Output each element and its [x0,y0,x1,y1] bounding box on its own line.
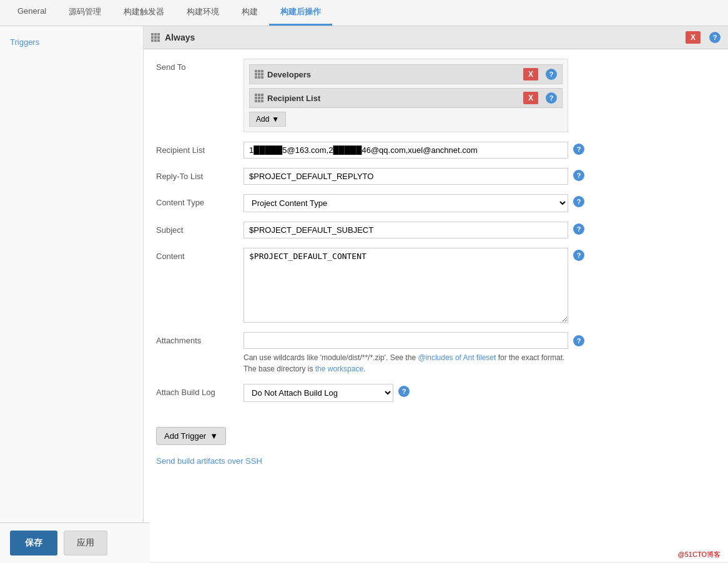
attach-log-row: Attach Build Log Do Not Attach Build Log… [156,384,716,402]
section-title: Always [165,32,195,42]
add-trigger-button[interactable]: Add Trigger ▼ [156,427,226,445]
tab-triggers[interactable]: 构建触发器 [112,0,175,26]
content-help-icon[interactable]: ? [573,250,584,261]
delete-developers-button[interactable]: X [523,68,538,81]
reply-to-row: Reply-To List ? [156,168,716,185]
sidebar: Triggers [0,26,144,562]
attach-note-text3: . [363,365,365,373]
add-recipient-button[interactable]: Add ▼ [249,112,286,127]
send-to-box: Developers X ? [243,59,568,132]
subject-help-icon[interactable]: ? [573,223,584,235]
bottom-bar: 保存 应用 [0,522,150,563]
attachments-link1[interactable]: @includes of Ant fileset [418,353,496,362]
bottom-ssh-item[interactable]: Send build artifacts over SSH [144,451,728,471]
attachments-input[interactable] [243,332,568,349]
send-to-control: Developers X ? [243,59,716,132]
grid-icon [151,33,160,42]
brand-footer: @51CTO博客 [676,549,723,561]
form-area: Send To Developers [144,49,728,421]
recipient-list-label: Recipient List [156,142,243,155]
reply-to-input[interactable] [243,168,568,185]
attachments-help-icon[interactable]: ? [573,335,584,346]
reply-to-label: Reply-To List [156,168,243,181]
tab-source[interactable]: 源码管理 [57,0,112,26]
developers-help-icon[interactable]: ? [546,69,557,80]
save-button[interactable]: 保存 [10,531,57,556]
recipient-list-item: Recipient List X ? [249,88,563,108]
tab-build-env[interactable]: 构建环境 [175,0,230,26]
content-label: Content [156,248,243,261]
delete-recipient-button[interactable]: X [523,92,538,104]
add-chevron-icon: ▼ [272,115,279,124]
top-nav: General 源码管理 构建触发器 构建环境 构建 构建后操作 [0,0,728,26]
send-to-row: Send To Developers [156,59,716,132]
delete-section-button[interactable]: X [686,31,701,44]
content-type-select[interactable]: Project Content Type HTML Plain Text [243,194,568,212]
add-label: Add [256,115,269,124]
section-header-left: Always [151,32,195,42]
main-layout: Triggers Always X ? Send To [0,26,728,562]
attachments-link2[interactable]: the workspace [315,365,363,373]
tab-build[interactable]: 构建 [230,0,269,26]
recipient-help-icon[interactable]: ? [546,92,557,104]
content-row: Content $PROJECT_DEFAULT_CONTENT ? [156,248,716,323]
sidebar-item-triggers[interactable]: Triggers [0,32,143,52]
send-to-label: Send To [156,59,243,72]
subject-row: Subject ? [156,222,716,238]
developers-grid-icon [255,70,263,79]
developers-label: Developers [267,70,311,79]
tab-post-build[interactable]: 构建后操作 [269,0,332,26]
attach-note-text1: Can use wildcards like 'module/dist/**/*… [243,353,418,362]
content-textarea[interactable]: $PROJECT_DEFAULT_CONTENT [243,248,568,323]
section-help-icon[interactable]: ? [709,32,721,43]
attachments-label: Attachments [156,332,243,345]
subject-label: Subject [156,222,243,235]
content-area: Always X ? Send To [144,26,728,562]
content-type-help-icon[interactable]: ? [573,196,584,207]
subject-input[interactable] [243,222,568,238]
recipient-list-item-label: Recipient List [267,94,320,103]
attach-log-label: Attach Build Log [156,384,243,397]
section-header: Always X ? [144,26,728,49]
recipient-list-input[interactable] [243,142,568,159]
recipient-list-help-icon[interactable]: ? [573,144,584,155]
apply-button[interactable]: 应用 [64,531,107,556]
add-trigger-chevron-icon: ▼ [210,431,218,441]
content-type-label: Content Type [156,194,243,207]
content-type-row: Content Type Project Content Type HTML P… [156,194,716,212]
add-trigger-label: Add Trigger [164,431,206,441]
reply-to-help-icon[interactable]: ? [573,170,584,181]
developers-item: Developers X ? [249,64,563,84]
attachments-note: Can use wildcards like 'module/dist/**/*… [243,352,568,375]
tab-general[interactable]: General [6,0,57,26]
recipient-grid-icon [255,94,263,102]
recipient-list-row: Recipient List ? [156,142,716,159]
attach-log-select[interactable]: Do Not Attach Build Log Attach Build Log… [243,384,393,402]
attachments-row: Attachments ? Can use wildcards like 'mo… [156,332,716,375]
attach-log-help-icon[interactable]: ? [398,386,410,397]
